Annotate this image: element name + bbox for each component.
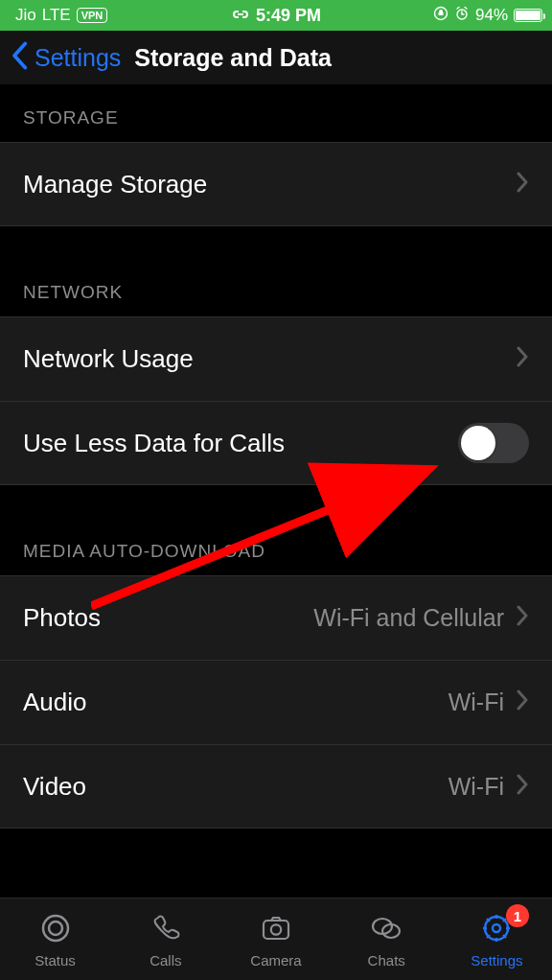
row-label: Photos [23,603,313,633]
row-use-less-data: Use Less Data for Calls [0,401,552,485]
clock-time: 5:49 PM [256,6,321,26]
notification-badge: 1 [506,904,529,927]
orientation-lock-icon [433,6,448,26]
battery-pct: 94% [475,6,508,25]
chevron-right-icon [516,772,529,802]
battery-icon [514,9,542,22]
svg-point-3 [43,916,68,941]
back-button[interactable]: Settings [34,44,121,72]
row-label: Audio [23,688,448,717]
network-label: LTE [42,6,71,25]
section-header-media: MEDIA AUTO-DOWNLOAD [0,512,552,575]
tab-settings[interactable]: Settings 1 [442,898,552,980]
row-audio[interactable]: Audio Wi-Fi [0,660,552,744]
tab-label: Settings [471,952,522,968]
navigation-bar: Settings Storage and Data [0,31,552,84]
section-header-storage: STORAGE [0,84,552,142]
svg-point-6 [271,924,281,934]
back-icon[interactable] [10,41,29,75]
tab-chats[interactable]: Chats [332,898,442,980]
group-media: Photos Wi-Fi and Cellular Audio Wi-Fi Vi… [0,575,552,828]
tab-status[interactable]: Status [0,898,110,980]
use-less-data-toggle[interactable] [458,423,529,463]
chevron-right-icon [516,170,529,199]
tab-label: Camera [250,952,301,968]
chevron-right-icon [516,344,529,374]
row-manage-storage[interactable]: Manage Storage [0,142,552,226]
tab-calls[interactable]: Calls [110,898,220,980]
svg-rect-5 [264,921,288,939]
row-label: Video [23,772,448,802]
svg-point-4 [49,922,62,935]
tab-label: Status [34,952,76,968]
link-icon [231,6,250,26]
alarm-icon [454,6,470,26]
tab-camera[interactable]: Camera [220,898,331,980]
row-label: Network Usage [23,344,516,374]
row-value: Wi-Fi [448,773,504,801]
chevron-right-icon [516,688,529,717]
tab-label: Calls [150,952,181,968]
camera-icon [259,911,293,948]
row-value: Wi-Fi [448,688,504,716]
row-photos[interactable]: Photos Wi-Fi and Cellular [0,575,552,660]
phone-icon [149,911,183,948]
status-bar: Jio LTE VPN 5:49 PM 94% [0,0,552,31]
vpn-indicator: VPN [77,8,108,23]
section-header-network: NETWORK [0,253,552,316]
tab-bar: Status Calls Camera Chats Settings 1 [0,898,552,980]
row-value: Wi-Fi and Cellular [313,604,504,632]
tab-label: Chats [368,952,405,968]
carrier-label: Jio [15,6,36,25]
row-label: Manage Storage [23,170,516,199]
page-title: Storage and Data [134,44,332,72]
group-storage: Manage Storage [0,142,552,226]
chevron-right-icon [516,603,529,633]
status-icon [38,911,73,948]
row-network-usage[interactable]: Network Usage [0,316,552,401]
row-video[interactable]: Video Wi-Fi [0,744,552,828]
chats-icon [369,911,403,948]
row-label: Use Less Data for Calls [23,429,458,458]
group-network: Network Usage Use Less Data for Calls [0,316,552,485]
svg-point-10 [493,924,500,932]
